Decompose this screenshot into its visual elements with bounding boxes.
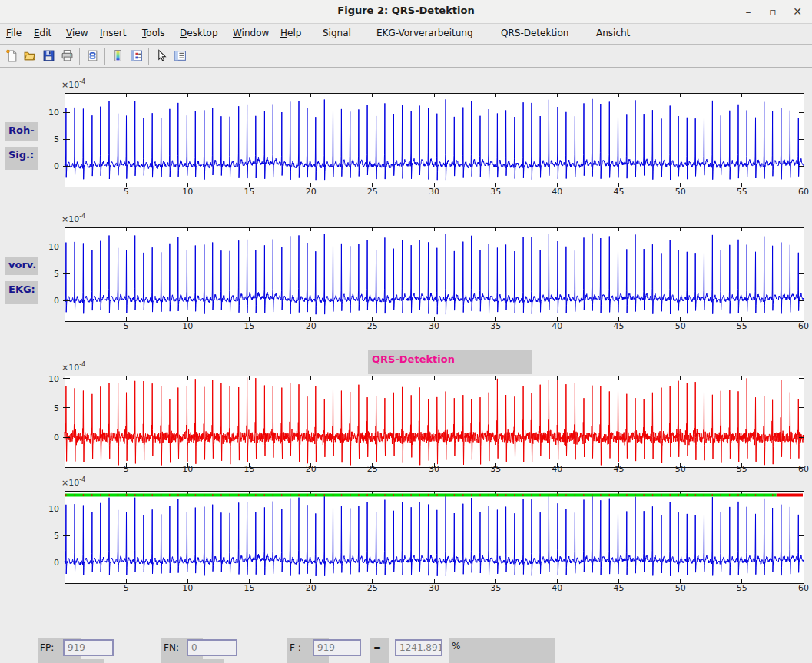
svg-text:5: 5 (54, 269, 59, 279)
menu-item-desktop[interactable]: Desktop (180, 28, 218, 38)
svg-text:×10-4: ×10-4 (61, 78, 85, 90)
legend-icon[interactable] (127, 47, 145, 65)
svg-text:15: 15 (244, 187, 255, 197)
new-document-icon[interactable] (2, 47, 21, 65)
svg-text:50: 50 (675, 321, 686, 331)
svg-text:10: 10 (48, 374, 59, 384)
svg-text:20: 20 (306, 187, 317, 197)
svg-text:55: 55 (737, 583, 747, 593)
svg-text:10: 10 (48, 108, 59, 118)
minimize-button[interactable]: – (740, 3, 757, 20)
svg-text:10: 10 (48, 504, 59, 514)
svg-text:35: 35 (490, 321, 501, 331)
svg-text:25: 25 (367, 583, 378, 593)
svg-text:15: 15 (244, 321, 255, 331)
window-titlebar[interactable]: Figure 2: QRS-Detektion – ▫ ✕ (0, 0, 812, 24)
plot-preprocessed-ekg: 510152025303540455055600510×10-4 (31, 211, 812, 336)
svg-text:5: 5 (124, 464, 129, 474)
menu-item-window[interactable]: Window (233, 28, 269, 38)
axes-preprocessed: 510152025303540455055600510×10-4 (31, 211, 812, 336)
hidden-panel-edge (53, 659, 104, 663)
menu-item-signal[interactable]: Signal (323, 28, 351, 38)
svg-text:5: 5 (54, 531, 59, 541)
svg-text:20: 20 (306, 321, 317, 331)
svg-text:60: 60 (798, 583, 809, 593)
axes-raw: 510152025303540455055600510×10-4 (31, 77, 812, 201)
svg-text:0: 0 (54, 433, 59, 443)
f-input[interactable] (313, 639, 361, 656)
menu-item-ekg-vorverarbeitung[interactable]: EKG-Vorverarbeitung (376, 28, 473, 38)
fn-label: FN: (164, 642, 179, 653)
menu-item-file[interactable]: File (6, 28, 22, 38)
svg-text:45: 45 (614, 464, 625, 474)
svg-text:×10-4: ×10-4 (61, 476, 85, 488)
svg-text:45: 45 (614, 187, 625, 197)
result-input[interactable] (395, 639, 442, 656)
menu-item-ansicht[interactable]: Ansicht (596, 28, 630, 38)
svg-text:5: 5 (124, 583, 129, 593)
fn-input[interactable] (187, 639, 237, 656)
svg-text:55: 55 (737, 321, 747, 331)
svg-text:5: 5 (124, 187, 129, 197)
menu-item-insert[interactable]: Insert (100, 28, 126, 38)
menu-item-tools[interactable]: Tools (142, 28, 165, 38)
svg-text:45: 45 (614, 321, 625, 331)
svg-text:20: 20 (306, 464, 317, 474)
toolbar-separator (104, 48, 105, 65)
window-title: Figure 2: QRS-Detektion (0, 5, 812, 16)
svg-text:0: 0 (54, 161, 59, 171)
svg-text:50: 50 (675, 464, 686, 474)
save-icon[interactable] (39, 47, 58, 65)
svg-text:40: 40 (552, 464, 562, 474)
percent-panel (449, 638, 555, 663)
plot-raw-signal: 510152025303540455055600510×10-4 (31, 77, 812, 201)
svg-text:10: 10 (48, 242, 59, 252)
svg-text:50: 50 (675, 187, 686, 197)
svg-text:45: 45 (614, 583, 625, 593)
menu-item-view[interactable]: View (66, 28, 88, 38)
svg-text:5: 5 (54, 403, 59, 413)
print-icon[interactable] (58, 47, 76, 65)
svg-text:40: 40 (552, 321, 562, 331)
svg-text:60: 60 (798, 321, 809, 331)
svg-text:40: 40 (552, 187, 562, 197)
label-vorv: vorv. (5, 257, 38, 275)
svg-text:10: 10 (182, 321, 193, 331)
svg-text:35: 35 (490, 583, 501, 593)
menu-item-qrs-detektion[interactable]: QRS-Detektion (501, 28, 568, 38)
percent-sign: % (452, 641, 460, 651)
svg-text:×10-4: ×10-4 (61, 213, 85, 224)
svg-text:×10-4: ×10-4 (61, 361, 85, 373)
svg-text:40: 40 (552, 583, 562, 593)
edit-plot-arrow-icon[interactable] (152, 47, 171, 65)
fp-input[interactable] (63, 639, 114, 656)
svg-text:50: 50 (675, 583, 686, 593)
equals-sign: = (373, 642, 381, 653)
svg-text:0: 0 (54, 558, 59, 568)
window-controls: – ▫ ✕ (740, 3, 806, 20)
open-folder-icon[interactable] (21, 47, 39, 65)
svg-text:15: 15 (244, 583, 255, 593)
close-button[interactable]: ✕ (789, 3, 806, 20)
colorbar-icon[interactable] (108, 47, 127, 65)
svg-text:10: 10 (182, 187, 193, 197)
svg-text:60: 60 (798, 187, 809, 197)
maximize-button[interactable]: ▫ (764, 3, 781, 20)
menu-item-help[interactable]: Help (280, 28, 301, 38)
svg-text:5: 5 (124, 321, 129, 331)
fp-label: FP: (40, 642, 54, 653)
axes-qrs-filtered: 510152025303540455055600510×10-4 (31, 361, 812, 480)
svg-text:25: 25 (367, 187, 378, 197)
svg-text:5: 5 (54, 134, 59, 144)
menu-item-edit[interactable]: Edit (34, 28, 51, 38)
plot-browser-icon[interactable] (171, 47, 189, 65)
plot-qrs-filtered: 510152025303540455055600510×10-4 (31, 361, 812, 480)
link-plot-icon[interactable] (83, 47, 101, 65)
svg-text:60: 60 (798, 464, 809, 474)
svg-text:25: 25 (367, 464, 378, 474)
svg-text:55: 55 (737, 187, 747, 197)
svg-text:10: 10 (182, 464, 193, 474)
svg-text:10: 10 (182, 583, 193, 593)
svg-text:55: 55 (737, 464, 747, 474)
svg-text:30: 30 (429, 464, 439, 474)
